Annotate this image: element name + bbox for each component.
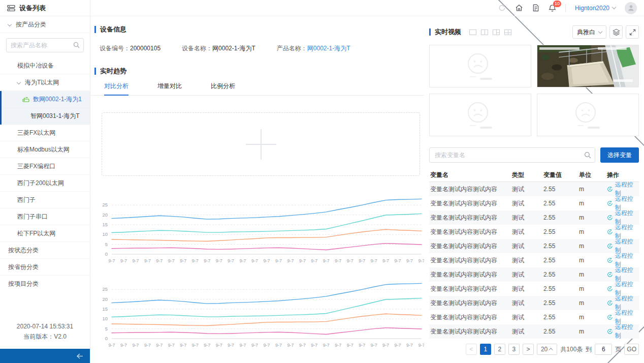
tab-ratio-analysis[interactable]: 比例分析	[211, 82, 235, 95]
layout-2-icon[interactable]	[481, 29, 488, 35]
cell-variable-name: 变量名测试内容测试内容	[429, 199, 512, 208]
select-variable-button[interactable]: 选择变量	[600, 147, 639, 163]
sidebar-section-by-product[interactable]: 按产品分类	[0, 16, 90, 33]
home-icon[interactable]	[515, 4, 523, 12]
tree-node-1[interactable]: 海为T以太网	[0, 74, 90, 91]
jump-page-input[interactable]	[595, 344, 612, 355]
cell-unit: m	[579, 271, 607, 278]
product-name-field: 产品名称：网0002-1-海为T	[277, 44, 350, 53]
product-name-link[interactable]: 网0002-1-海为T	[307, 45, 350, 52]
cell-value: 2.55	[543, 271, 579, 278]
cell-value: 2.55	[543, 299, 579, 307]
tree-node-5[interactable]: 标准Modbus以太网	[0, 141, 90, 158]
device-name-field: 设备名称：网0002-1-海为T	[182, 44, 255, 53]
header-divider	[565, 4, 566, 12]
avatar[interactable]	[625, 2, 637, 14]
svg-text:10: 10	[102, 316, 108, 321]
document-icon[interactable]	[532, 4, 539, 12]
cell-variable-name: 变量名测试内容测试内容	[429, 270, 512, 279]
tree-node-10[interactable]: 松下FP以太网	[0, 225, 90, 242]
theme-select[interactable]: 典雅白	[572, 25, 606, 39]
page-button-2[interactable]: 2	[494, 344, 505, 355]
svg-text:0: 0	[105, 336, 108, 341]
cell-variable-name: 变量名测试内容测试内容	[429, 327, 512, 336]
layout-3-icon[interactable]	[493, 29, 500, 35]
svg-text:9-7: 9-7	[371, 343, 377, 348]
page-button-1[interactable]: 1	[480, 344, 491, 355]
cell-variable-name: 变量名测试内容测试内容	[429, 285, 512, 293]
table-row: 变量名测试内容测试内容 测试 2.55 m 远程控制	[429, 310, 639, 324]
cell-unit: m	[579, 285, 607, 292]
sidebar-section-by-province[interactable]: 按省份分类	[0, 259, 90, 276]
cell-type: 测试	[512, 185, 543, 194]
cell-value: 2.55	[543, 214, 579, 221]
page-unit-label: 页	[615, 345, 621, 354]
tab-increment-comparison[interactable]: 增量对比	[157, 82, 182, 95]
cell-value: 2.55	[543, 285, 579, 292]
video-slot-4-empty[interactable]	[537, 94, 639, 136]
remote-control-link[interactable]: 远程控制	[607, 323, 639, 340]
cell-type: 测试	[512, 214, 543, 222]
fullscreen-button[interactable]	[626, 25, 639, 39]
next-page-button[interactable]: >	[523, 344, 534, 355]
video-slot-3-empty[interactable]	[429, 94, 531, 136]
layout-4-icon[interactable]	[504, 29, 511, 35]
top-header: 10 Hignton2020	[90, 0, 644, 16]
svg-text:9-7: 9-7	[180, 343, 186, 348]
remote-control-icon	[607, 257, 613, 263]
cell-value: 2.55	[543, 314, 579, 321]
tree-node-7[interactable]: 西门子200以太网	[0, 175, 90, 192]
tree-node-label: 模拟中冶设备	[17, 62, 54, 70]
remote-control-icon	[607, 243, 613, 249]
cctv-frame	[537, 45, 638, 87]
product-search-input[interactable]	[6, 38, 84, 52]
chevron-down-icon	[8, 22, 12, 26]
prev-page-button[interactable]: <	[466, 344, 477, 355]
layout-1-icon[interactable]	[469, 29, 476, 35]
svg-text:9-7: 9-7	[299, 258, 306, 263]
cell-value: 2.55	[543, 328, 579, 335]
plus-icon	[246, 129, 276, 160]
tree-leaf-device[interactable]: 智网0031-1-海为T	[2, 108, 90, 125]
svg-text:9-7: 9-7	[192, 258, 199, 263]
tree-node-8[interactable]: 西门子	[0, 192, 90, 208]
tree-node-label: 松下FP以太网	[17, 229, 55, 238]
refresh-icon[interactable]	[498, 4, 506, 12]
device-info-title: 设备信息	[94, 25, 429, 34]
tree-node-label: 海为T以太网	[25, 78, 59, 87]
table-row: 变量名测试内容测试内容 测试 2.55 m 远程控制	[429, 225, 639, 239]
notification-count-badge: 10	[553, 1, 561, 7]
jump-to-label: 到	[586, 345, 592, 354]
svg-text:9-7: 9-7	[335, 343, 341, 348]
page-size-value: 20	[541, 346, 548, 353]
remote-control-icon	[607, 286, 613, 292]
svg-text:9-7: 9-7	[168, 258, 175, 263]
tree-node-9[interactable]: 西门子串口	[0, 208, 90, 225]
tree-node-0[interactable]: 模拟中冶设备	[0, 57, 90, 74]
page-button-3[interactable]: 3	[508, 344, 520, 355]
tab-comparison-analysis[interactable]: 对比分析	[104, 82, 128, 95]
video-slot-2-live-feed[interactable]	[537, 45, 639, 87]
table-row: 变量名测试内容测试内容 测试 2.55 m 远程控制	[429, 324, 639, 339]
tree-node-4[interactable]: 三菱FX以太网	[0, 125, 90, 141]
variable-search-input[interactable]	[429, 147, 595, 163]
svg-text:9-7: 9-7	[156, 343, 163, 348]
search-icon[interactable]	[73, 42, 80, 48]
field-label: 设备编号：	[100, 45, 130, 52]
layers-button[interactable]	[609, 25, 623, 39]
collapse-sidebar-icon[interactable]	[76, 353, 84, 359]
cell-unit: m	[579, 214, 607, 221]
table-row: 变量名测试内容测试内容 测试 2.55 m 远程控制	[429, 196, 639, 210]
go-button[interactable]: GO	[624, 344, 639, 355]
search-icon[interactable]	[584, 152, 591, 159]
user-menu[interactable]: Hignton2020	[575, 5, 616, 12]
app-window: 设备列表 按产品分类 模拟中冶设备 海为T以太网 数网0002-1	[0, 0, 644, 363]
notification-bell-icon[interactable]: 10	[549, 4, 556, 12]
page-size-select[interactable]: 20	[537, 344, 557, 355]
sidebar-section-by-project[interactable]: 按项目分类	[0, 276, 90, 292]
video-slot-1-empty[interactable]	[429, 45, 531, 87]
add-chart-dropzone[interactable]	[102, 112, 420, 176]
tree-node-6[interactable]: 三菱FX编程口	[0, 158, 90, 175]
tree-leaf-selected-device[interactable]: 数网0002-1-海为1	[2, 91, 90, 108]
sidebar-section-by-status[interactable]: 按状态分类	[0, 242, 90, 259]
